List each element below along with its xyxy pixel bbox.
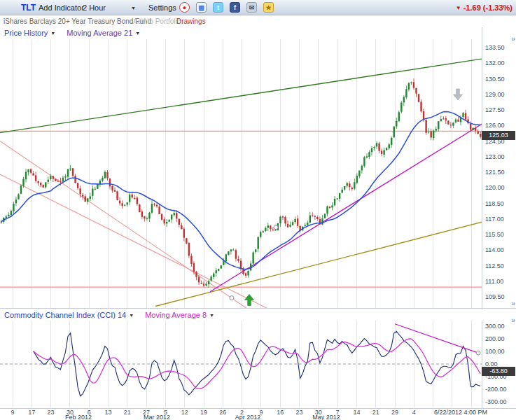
price-axis-label: 133.50 — [485, 44, 505, 51]
cci-pane-header: Commodity Channel Index (CCI) 14 ▼ Movin… — [4, 311, 214, 319]
x-axis-day-label: 12 — [176, 409, 193, 416]
x-axis-day-label: 13 — [100, 409, 117, 416]
price-history-dropdown[interactable]: Price History ▼ — [4, 29, 55, 37]
x-axis-day-label: 21 — [119, 409, 136, 416]
facebook-icon[interactable]: f — [230, 2, 240, 13]
x-axis-day-label: 14 — [348, 409, 365, 416]
cci-axis-label: -300.00 — [485, 398, 507, 405]
chevron-down-icon: ▼ — [129, 313, 134, 318]
cci-ma-label: Moving Average 8 — [145, 311, 207, 319]
fund-name: iShares Barclays 20+ Year Treasury Bond … — [4, 18, 151, 25]
drawing-handle — [476, 351, 480, 355]
chevron-down-icon: ▼ — [135, 31, 140, 36]
x-axis-day-label: 23 — [43, 409, 60, 416]
price-axis-label: 126.00 — [485, 122, 505, 129]
symbol-info-bar: iShares Barclays 20+ Year Treasury Bond … — [0, 16, 516, 27]
add-to-portfolio-button[interactable]: Add to Portfolio — [133, 18, 181, 25]
chevron-down-icon: ▼ — [50, 31, 55, 36]
cci-indicator-dropdown[interactable]: Commodity Channel Index (CCI) 14 ▼ — [4, 311, 134, 319]
cci-indicator-label: Commodity Channel Index (CCI) 14 — [4, 311, 126, 319]
price-axis-label: 109.50 — [485, 293, 505, 300]
chevron-down-icon: ▼ — [131, 6, 136, 10]
drawings-button[interactable]: Drawings — [176, 18, 206, 25]
price-axis-label: 112.50 — [485, 262, 504, 270]
x-axis-month-label: Feb 2012 — [57, 414, 99, 420]
cci-axis-label: 200.00 — [485, 335, 505, 342]
chart-icon[interactable]: ▥ — [196, 2, 207, 13]
timeframe-dropdown[interactable]: 2 Hour ▼ — [83, 4, 136, 12]
pane-expander-icon[interactable]: » — [511, 300, 515, 307]
price-axis-label: 118.50 — [485, 200, 504, 207]
timeframe-value: 2 Hour — [83, 4, 106, 12]
price-axis-label: 117.00 — [485, 216, 504, 223]
x-axis-day-label: 16 — [272, 409, 288, 416]
symbol-label[interactable]: TLT — [21, 3, 36, 13]
price-ma-label: Moving Average 21 — [67, 29, 132, 37]
price-axis-label: 130.50 — [485, 76, 505, 83]
pane-expander-icon[interactable]: » — [511, 316, 515, 324]
cci-ma-dropdown[interactable]: Moving Average 8 ▼ — [145, 311, 214, 319]
price-axis-label: 121.50 — [485, 169, 505, 176]
top-toolbar: TLT Add Indicator 2 Hour ▼ Settings ●▥tf… — [0, 0, 516, 15]
price-axis-label: 115.50 — [485, 231, 504, 238]
price-ma-dropdown[interactable]: Moving Average 21 ▼ — [67, 29, 140, 37]
price-pane-header: Price History ▼ Moving Average 21 ▼ — [4, 29, 140, 37]
x-axis-day-label: 19 — [195, 409, 212, 416]
add-indicator-button[interactable]: Add Indicator — [39, 4, 84, 12]
twitter-icon[interactable]: t — [213, 2, 223, 13]
x-axis-month-label: May 2012 — [305, 414, 347, 420]
favorites-icon[interactable]: ★ — [263, 2, 274, 13]
cci-axis-label: 300.00 — [485, 323, 505, 330]
price-axis-label: 123.00 — [485, 153, 505, 160]
price-chart-canvas[interactable]: 133.50132.00130.50129.00127.50126.00124.… — [0, 27, 516, 309]
cci-axis-label: 100.00 — [485, 348, 505, 355]
freestockcharts-app: TLT Add Indicator 2 Hour ▼ Settings ●▥tf… — [0, 0, 516, 420]
price-history-label: Price History — [4, 29, 48, 37]
price-axis-label: 120.00 — [485, 184, 505, 191]
chevron-down-icon: ▼ — [209, 313, 214, 318]
down-arrow-icon: ▼ — [456, 5, 461, 11]
cci-axis-label: -200.00 — [485, 386, 507, 393]
share-icons-group: ●▥tf✉★ — [179, 2, 280, 13]
pane-expander-icon[interactable]: » — [511, 35, 515, 43]
x-axis-day-label: 21 — [368, 409, 384, 416]
x-axis-month-label: Mar 2012 — [136, 414, 178, 420]
price-axis-label: 111.00 — [485, 278, 503, 285]
cci-value-badge: -63.80 — [482, 367, 515, 376]
x-axis-day-label: 4 — [405, 409, 422, 416]
drawing-handle — [230, 296, 234, 300]
x-axis-day-label: 9 — [4, 409, 21, 416]
price-axis-label: 132.00 — [485, 59, 505, 66]
freestockcharts-icon[interactable]: ● — [179, 2, 190, 13]
settings-button[interactable]: Settings — [148, 4, 176, 12]
last-price-badge: 125.03 — [482, 131, 515, 140]
x-axis-day-label: 17 — [23, 409, 40, 416]
x-axis-month-label: Apr 2012 — [227, 414, 269, 420]
price-axis-label: 129.00 — [485, 91, 505, 98]
price-change: ▼ -1.69 (-1.33%) — [456, 4, 512, 12]
last-update-timestamp: 6/22/2012 4:00 PM — [417, 409, 487, 416]
x-axis-day-label: 29 — [386, 409, 403, 416]
email-icon[interactable]: ✉ — [246, 2, 257, 13]
price-axis-label: 127.50 — [485, 106, 505, 113]
change-value: -1.69 (-1.33%) — [463, 4, 512, 12]
x-axis: 6/22/2012 4:00 PM 9172330613212751219262… — [0, 409, 516, 420]
price-axis-label: 114.00 — [485, 246, 504, 253]
cci-chart-canvas[interactable]: 300.00200.00100.000.00-100.00-200.00-300… — [0, 321, 516, 409]
drawing-handle — [274, 225, 278, 230]
